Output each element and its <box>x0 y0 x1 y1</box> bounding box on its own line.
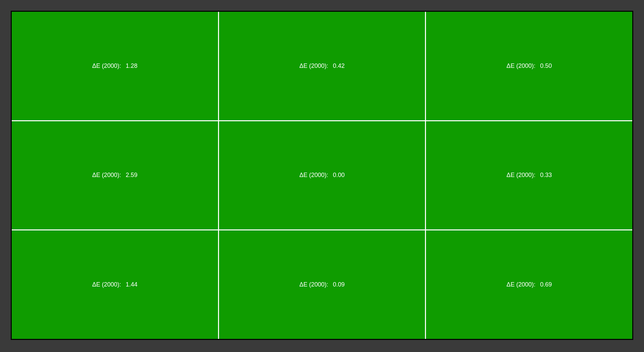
grid-cell-bottom-right: ΔE (2000): 0.69 <box>426 230 632 339</box>
delta-e-label: ΔE (2000): <box>299 62 328 70</box>
delta-e-label: ΔE (2000): <box>92 62 121 70</box>
delta-e-value: 0.42 <box>333 62 345 70</box>
grid-cell-bottom-left: ΔE (2000): 1.44 <box>12 230 218 339</box>
grid-cell-top-left: ΔE (2000): 1.28 <box>12 12 218 120</box>
delta-e-value: 0.69 <box>540 281 552 288</box>
delta-e-value: 0.33 <box>540 172 552 179</box>
cell-readout: ΔE (2000): 1.44 <box>92 281 138 288</box>
delta-e-value: 0.00 <box>333 172 345 179</box>
delta-e-value: 0.50 <box>540 62 552 70</box>
delta-e-label: ΔE (2000): <box>299 281 328 288</box>
grid-cell-bottom-center: ΔE (2000): 0.09 <box>219 230 425 339</box>
delta-e-label: ΔE (2000): <box>506 281 535 288</box>
cell-readout: ΔE (2000): 0.33 <box>506 172 552 179</box>
delta-e-label: ΔE (2000): <box>506 172 535 179</box>
delta-e-value: 0.09 <box>333 281 345 288</box>
grid-cell-top-right: ΔE (2000): 0.50 <box>426 12 632 120</box>
grid-cell-top-center: ΔE (2000): 0.42 <box>219 12 425 120</box>
cell-readout: ΔE (2000): 1.28 <box>92 62 138 70</box>
cell-readout: ΔE (2000): 0.42 <box>299 62 344 70</box>
grid-cell-middle-right: ΔE (2000): 0.33 <box>426 121 632 230</box>
delta-e-value: 2.59 <box>126 172 138 179</box>
delta-e-value: 1.44 <box>126 281 138 288</box>
grid-cell-middle-left: ΔE (2000): 2.59 <box>12 121 218 230</box>
cell-readout: ΔE (2000): 2.59 <box>92 172 138 179</box>
delta-e-label: ΔE (2000): <box>92 281 121 288</box>
delta-e-label: ΔE (2000): <box>506 62 535 70</box>
delta-e-value: 1.28 <box>126 62 138 70</box>
cell-readout: ΔE (2000): 0.69 <box>506 281 552 288</box>
delta-e-label: ΔE (2000): <box>92 172 121 179</box>
cell-readout: ΔE (2000): 0.50 <box>506 62 552 70</box>
delta-e-label: ΔE (2000): <box>299 172 328 179</box>
cell-readout: ΔE (2000): 0.00 <box>299 172 344 179</box>
uniformity-grid: ΔE (2000): 1.28 ΔE (2000): 0.42 ΔE (2000… <box>11 11 633 340</box>
grid-cell-middle-center: ΔE (2000): 0.00 <box>219 121 425 230</box>
cell-readout: ΔE (2000): 0.09 <box>299 281 344 288</box>
